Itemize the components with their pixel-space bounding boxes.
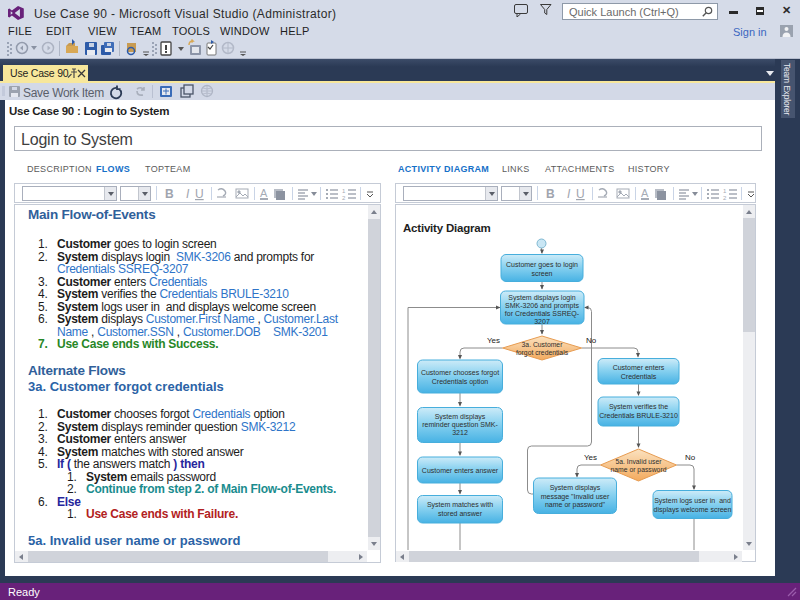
svg-text:1: 1: [723, 188, 727, 194]
svg-text:screen: screen: [531, 270, 552, 277]
svg-text:name or password": name or password": [545, 501, 606, 509]
svg-text:for Credentials SSREQ-: for Credentials SSREQ-: [505, 310, 580, 318]
svg-text:Customer goes to login: Customer goes to login: [506, 261, 578, 269]
svg-text:Yes: Yes: [584, 453, 597, 462]
svg-text:2: 2: [342, 195, 346, 201]
svg-text:System logs user in and: System logs user in and: [654, 497, 731, 505]
svg-text:2: 2: [723, 195, 727, 201]
svg-text:Yes: Yes: [487, 336, 500, 345]
svg-text:3a. Customer: 3a. Customer: [522, 341, 564, 348]
svg-text:reminder question SMK-: reminder question SMK-: [422, 421, 498, 429]
svg-text:1: 1: [342, 188, 346, 194]
svg-text:System displays: System displays: [435, 413, 486, 421]
svg-text:I: I: [567, 187, 571, 201]
svg-text:3207: 3207: [534, 318, 550, 325]
svg-text:No: No: [586, 336, 597, 345]
svg-text:Customer enters: Customer enters: [613, 364, 665, 371]
svg-text:Customer enters answer: Customer enters answer: [422, 467, 499, 474]
svg-text:System displays login: System displays login: [508, 294, 575, 302]
svg-text:SMK-3206 and prompts: SMK-3206 and prompts: [505, 302, 579, 310]
svg-text:A: A: [260, 187, 268, 199]
svg-text:System verifies the: System verifies the: [609, 403, 668, 411]
svg-text:message "Invalid user: message "Invalid user: [541, 493, 610, 501]
svg-text:U: U: [195, 187, 204, 201]
svg-text:Credentials option: Credentials option: [432, 378, 489, 386]
svg-text:forgot credentials: forgot credentials: [516, 349, 569, 357]
svg-text:B: B: [165, 187, 174, 201]
svg-text:5a. Invalid user: 5a. Invalid user: [615, 458, 662, 465]
svg-text:Credentials BRULE-3210: Credentials BRULE-3210: [599, 412, 678, 419]
svg-text:System displays: System displays: [550, 484, 601, 492]
svg-text:System matches with: System matches with: [427, 501, 493, 509]
svg-text:3212: 3212: [452, 429, 468, 436]
svg-text:I: I: [186, 187, 190, 201]
svg-text:Customer chooses forgot: Customer chooses forgot: [421, 369, 499, 377]
svg-text:Credentials: Credentials: [621, 373, 657, 380]
svg-text:No: No: [685, 453, 696, 462]
svg-text:name or password: name or password: [611, 466, 667, 474]
svg-text:B: B: [546, 187, 555, 201]
svg-text:U: U: [576, 187, 585, 201]
svg-text:A: A: [641, 187, 649, 199]
svg-text:displays welcome screen: displays welcome screen: [654, 506, 732, 514]
svg-text:stored answer: stored answer: [438, 510, 483, 517]
